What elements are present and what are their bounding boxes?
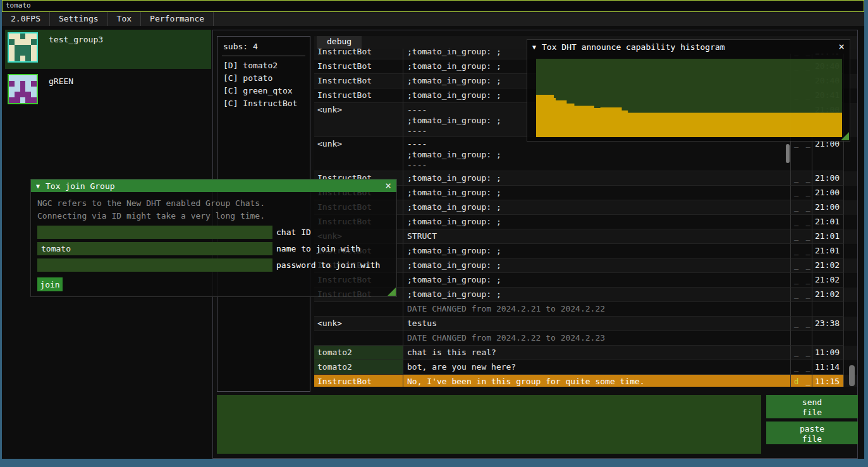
message-status: _ _ (791, 215, 812, 229)
message-text: chat is this real? (403, 346, 791, 360)
message-status (791, 331, 812, 346)
tab-debug[interactable]: debug (317, 36, 362, 49)
message-text: ;tomato_in_group: ; (403, 258, 791, 273)
date-changed-text: DATE CHANGED from 2024.2.21 to 2024.2.22 (403, 302, 791, 317)
join-password-input-label: password to join with (272, 260, 380, 270)
message-author: tomato2 (314, 346, 403, 360)
member-count: subs: 4 (217, 37, 310, 54)
chat-id-input[interactable] (37, 226, 272, 239)
menu-item-tox[interactable]: Tox (108, 12, 141, 26)
date-changed-text: DATE CHANGED from 2024.2.22 to 2024.2.23 (403, 331, 791, 346)
message-text: ;tomato_in_group: ; (403, 200, 791, 215)
collapse-triangle-icon[interactable]: ▼ (36, 183, 40, 190)
group-name: test_group3 (49, 35, 103, 44)
message-row[interactable]: InstructBotNo, I've been in this group f… (314, 375, 857, 387)
resize-grip[interactable] (388, 288, 396, 296)
message-time: 21:00 (812, 186, 844, 200)
join-button[interactable]: join (37, 277, 63, 291)
message-time: 21:01 (812, 244, 844, 258)
message-row[interactable]: tomato2bot, are you new here?_ _11:14 (314, 360, 857, 375)
menu-item-settings[interactable]: Settings (50, 12, 108, 26)
inner-scrollbar-thumb[interactable] (786, 144, 790, 163)
message-time: 21:02 (812, 288, 844, 302)
message-status: _ _ (791, 137, 812, 171)
resize-grip[interactable] (841, 132, 849, 140)
join-password-input[interactable] (37, 258, 272, 272)
member-item[interactable]: [C] green_qtox (217, 85, 310, 97)
message-time: 11:14 (812, 360, 844, 375)
close-icon[interactable]: × (838, 40, 845, 53)
message-author (314, 302, 403, 317)
message-row[interactable]: <unk>---- ;tomato_in_group: ; ----_ _21:… (314, 137, 857, 171)
message-row[interactable]: tomato2chat is this real?_ _11:09 (314, 346, 857, 360)
date-separator-row[interactable]: DATE CHANGED from 2024.2.22 to 2024.2.23 (314, 331, 857, 346)
message-time: 21:01 (812, 215, 844, 229)
histogram-area-chart (536, 59, 842, 137)
dht-capability-histogram (536, 59, 842, 137)
message-status: _ _ (791, 288, 812, 302)
message-time: 21:02 (812, 273, 844, 288)
chat-scrollbar-thumb[interactable] (849, 365, 855, 386)
message-status: _ _ (791, 273, 812, 288)
join-name-input-label: name to join with (272, 244, 360, 253)
app-window: tomato 2.0FPSSettingsToxPerformance test… (2, 0, 864, 459)
message-time: 21:02 (812, 258, 844, 273)
message-text: ;tomato_in_group: ; (403, 171, 791, 186)
ngc-info-line: NGC refers to the New DHT enabled Group … (37, 197, 390, 210)
message-time: 11:15 (812, 375, 844, 387)
message-time: 23:38 (812, 317, 844, 331)
collapse-triangle-icon[interactable]: ▼ (532, 44, 536, 51)
group-item-test-group3[interactable]: test_group3 (5, 30, 211, 69)
histogram-window-title: Tox DHT announce capability histogram (542, 42, 725, 52)
message-text: No, I've been in this group for quite so… (403, 375, 791, 387)
group-item-green[interactable]: gREEN (5, 71, 211, 111)
paste-file-button[interactable]: paste file (766, 422, 858, 444)
join-field-row: chat ID (37, 226, 390, 239)
message-time: 21:00 (812, 171, 844, 186)
menu-item-2-0fps[interactable]: 2.0FPS (2, 12, 50, 26)
menu-bar: 2.0FPSSettingsToxPerformance (2, 12, 864, 26)
message-status: _ _ (791, 317, 812, 331)
window-title-bar[interactable]: tomato (2, 0, 864, 12)
message-time: 21:01 (812, 229, 844, 244)
message-time (812, 331, 844, 346)
group-name: gREEN (49, 76, 73, 86)
member-item[interactable]: [D] tomato2 (217, 59, 310, 72)
window-title: tomato (6, 1, 31, 9)
member-item[interactable]: [C] potato (217, 72, 310, 85)
message-row[interactable]: <unk>testus_ _23:38 (314, 317, 857, 331)
group-avatar (8, 74, 38, 104)
message-author (314, 331, 403, 346)
member-list: [D] tomato2[C] potato[C] green_qtox[C] I… (217, 59, 310, 110)
message-text: bot, are you new here? (403, 360, 791, 375)
message-text: ;tomato_in_group: ; (403, 215, 791, 229)
message-time: 21:00 (812, 137, 844, 171)
ngc-info-line: Connecting via ID might take a very long… (37, 210, 390, 222)
message-input[interactable] (217, 395, 761, 454)
group-avatar (8, 32, 38, 63)
join-field-row: password to join with (37, 258, 390, 272)
join-dialog-title-bar[interactable]: ▼ Tox join Group × (31, 179, 396, 192)
join-name-input[interactable] (37, 242, 272, 255)
message-author: InstructBot (314, 59, 403, 74)
message-time: 21:00 (812, 200, 844, 215)
message-status: _ _ (791, 360, 812, 375)
message-time (812, 302, 844, 317)
histogram-window-title-bar[interactable]: ▼ Tox DHT announce capability histogram … (527, 40, 850, 54)
message-text: ---- ;tomato_in_group: ; ---- (403, 137, 791, 171)
message-status: _ _ (791, 200, 812, 215)
join-fields: chat IDname to join withpassword to join… (37, 226, 390, 272)
message-text: ;tomato_in_group: ; (403, 273, 791, 288)
message-status: _ _ (791, 186, 812, 200)
message-author: InstructBot (314, 88, 403, 103)
message-time: 11:09 (812, 346, 844, 360)
member-item[interactable]: [C] InstructBot (217, 97, 310, 110)
divider (222, 56, 305, 56)
menu-item-performance[interactable]: Performance (141, 12, 214, 26)
date-separator-row[interactable]: DATE CHANGED from 2024.2.21 to 2024.2.22 (314, 302, 857, 317)
message-author: <unk> (314, 317, 403, 331)
close-icon[interactable]: × (385, 179, 391, 192)
message-text: testus (403, 317, 791, 331)
send-file-button[interactable]: send file (766, 395, 858, 418)
message-status: _ _ (791, 171, 812, 186)
